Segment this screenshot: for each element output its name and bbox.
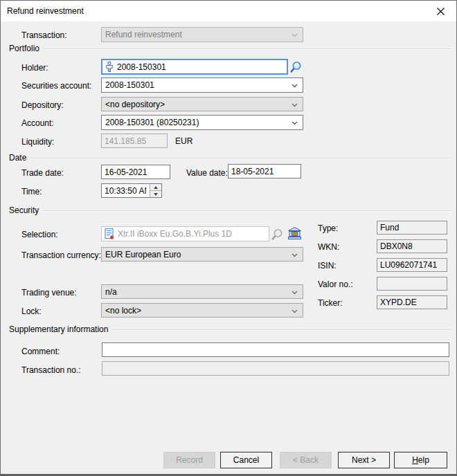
value-date-input[interactable] [228, 164, 301, 178]
depository-select[interactable]: <no depository> [101, 97, 303, 111]
depository-label: Depository: [21, 100, 64, 110]
portfolio-group-label: Portfolio [9, 44, 39, 53]
depository-value: <no depository> [105, 100, 165, 109]
chevron-down-icon [292, 103, 298, 107]
securities-account-value: 2008-150301 [105, 80, 154, 90]
supplementary-group-label: Supplementary information [9, 324, 108, 334]
holder-search-button[interactable] [289, 60, 303, 74]
window-title: Refund reinvestment [7, 6, 84, 16]
trade-date-label: Trade date: [21, 168, 64, 178]
back-button-label: < Back [293, 455, 319, 465]
securities-account-select[interactable]: 2008-150301 [101, 77, 303, 93]
holder-label: Holder: [21, 63, 48, 73]
trading-venue-label: Trading venue: [21, 288, 77, 298]
transaction-currency-label: Transaction currency: [21, 250, 101, 260]
back-button: < Back [280, 452, 332, 468]
supplementary-group-header: Supplementary information [9, 324, 451, 334]
close-button[interactable] [425, 1, 456, 21]
selection-field[interactable]: Xtr.II iBoxx Eu.Go.B.Yi.Plus 1D [101, 226, 269, 241]
ticker-label: Ticker: [318, 298, 343, 308]
lock-select[interactable]: <no lock> [101, 303, 303, 318]
type-value: Fund [380, 223, 399, 232]
isin-label: ISIN: [318, 261, 337, 271]
titlebar: Refund reinvestment [1, 1, 456, 21]
ticker-value: XYPD.DE [380, 298, 417, 307]
time-field [101, 183, 162, 198]
chevron-down-icon [292, 291, 298, 295]
transaction-value: Refund reinvestment [105, 30, 182, 39]
liquidity-currency: EUR [175, 136, 192, 146]
security-group-header: Security [9, 205, 451, 215]
next-button[interactable]: Next > [338, 452, 390, 468]
help-button[interactable]: Help [394, 452, 447, 468]
spinner-up-button[interactable] [150, 184, 161, 191]
next-button-label: Next > [352, 455, 376, 465]
bank-icon [287, 227, 302, 239]
wkn-value: DBX0N8 [380, 241, 413, 251]
search-icon [290, 61, 303, 73]
comment-label: Comment: [21, 347, 60, 356]
wkn-label: WKN: [318, 242, 339, 252]
date-group-header: Date [9, 153, 451, 163]
type-label: Type: [318, 223, 338, 233]
chevron-down-icon [292, 309, 298, 313]
ticker-field: XYPD.DE [377, 295, 447, 309]
lock-label: Lock: [21, 306, 42, 316]
chevron-down-icon [292, 33, 298, 37]
transaction-no-field [102, 361, 449, 376]
account-value: 2008-150301 (80250231) [105, 118, 199, 127]
person-icon [105, 62, 114, 72]
group-separator-line [112, 329, 451, 330]
type-field: Fund [377, 221, 447, 235]
liquidity-label: Liquidity: [21, 137, 54, 147]
transaction-no-label: Transaction no.: [21, 365, 81, 375]
group-separator-line [30, 158, 451, 158]
help-button-label: Help [412, 455, 429, 465]
account-label: Account: [21, 118, 54, 128]
cancel-button[interactable]: Cancel [220, 452, 272, 468]
time-label: Time: [21, 187, 42, 196]
transaction-currency-value: EUR European Euro [105, 250, 181, 259]
spinner-down-button[interactable] [150, 191, 161, 197]
valor-no-label: Valor no.: [318, 280, 352, 289]
comment-input[interactable] [102, 342, 449, 357]
close-icon [437, 8, 445, 15]
securities-account-label: Securities account: [21, 81, 91, 91]
refund-reinvestment-dialog: Refund reinvestment Transaction: Refund … [0, 0, 457, 476]
isin-field: LU0962071741 [377, 258, 447, 272]
portfolio-group-header: Portfolio [9, 44, 451, 53]
security-search-button [270, 227, 285, 241]
chevron-down-icon [292, 253, 298, 257]
group-separator-line [43, 210, 451, 211]
trade-date-input[interactable] [101, 165, 170, 179]
holder-input[interactable] [117, 62, 284, 72]
selection-value: Xtr.II iBoxx Eu.Go.B.Yi.Plus 1D [118, 229, 266, 239]
chevron-down-icon [292, 121, 298, 125]
liquidity-field [101, 134, 168, 148]
time-spinner [150, 184, 161, 197]
security-document-icon [105, 228, 114, 239]
transaction-currency-select[interactable]: EUR European Euro [101, 247, 303, 262]
isin-value: LU0962071741 [380, 260, 437, 270]
triangle-down-icon [154, 193, 158, 196]
trading-venue-value: n/a [105, 287, 117, 297]
record-button: Record [163, 452, 215, 468]
security-group-label: Security [9, 205, 39, 215]
cancel-button-label: Cancel [233, 455, 259, 465]
chevron-down-icon [292, 84, 298, 88]
wkn-field: DBX0N8 [377, 239, 447, 253]
lock-value: <no lock> [105, 306, 141, 315]
holder-field[interactable] [101, 59, 288, 75]
group-separator-line [44, 48, 451, 49]
selection-label: Selection: [21, 230, 58, 239]
transaction-label: Transaction: [21, 30, 67, 40]
trading-venue-select[interactable]: n/a [101, 284, 303, 299]
account-select[interactable]: 2008-150301 (80250231) [101, 115, 303, 130]
transaction-select: Refund reinvestment [101, 27, 303, 42]
date-group-label: Date [9, 153, 26, 163]
search-icon-disabled [271, 228, 284, 241]
valor-no-field [377, 277, 447, 291]
triangle-up-icon [154, 186, 158, 189]
exchange-bank-button[interactable] [286, 226, 303, 240]
value-date-label: Value date: [186, 168, 228, 178]
